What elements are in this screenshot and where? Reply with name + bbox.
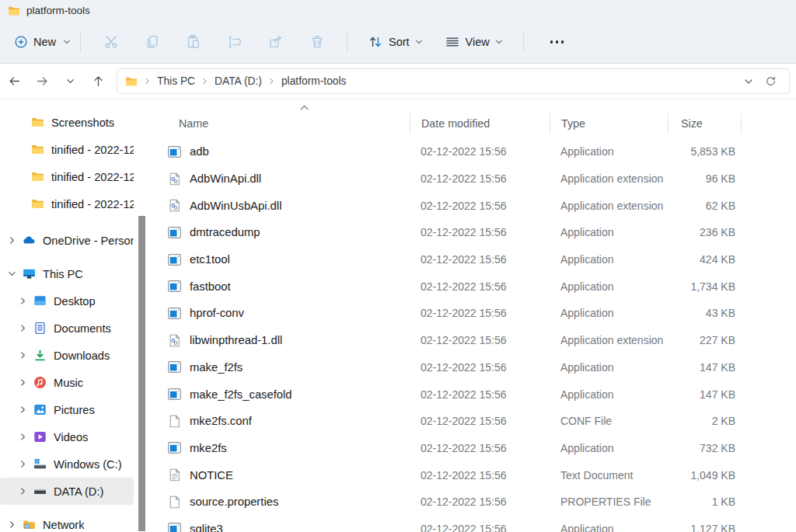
file-row-adb[interactable]: adb 02-12-2022 15:56 Application 5,853 K…: [163, 138, 742, 165]
sidebar-item-tinified-2[interactable]: tinified - 2022-12-0: [0, 163, 134, 190]
chevron-right-icon: [19, 433, 27, 441]
see-more-button[interactable]: [546, 36, 568, 47]
file-row-mke2fs[interactable]: mke2fs 02-12-2022 15:56 Application 732 …: [163, 435, 742, 462]
back-button[interactable]: [0, 69, 28, 94]
recent-locations-button[interactable]: [56, 69, 84, 94]
sidebar-item-music[interactable]: Music: [0, 369, 134, 396]
pictures-icon: [33, 403, 47, 416]
column-header-type[interactable]: Type: [550, 113, 668, 134]
sidebar-item-this-pc[interactable]: This PC: [0, 260, 134, 287]
refresh-button[interactable]: [759, 71, 781, 92]
explorer-tab[interactable]: platform-tools: [8, 5, 90, 17]
copy-icon: [145, 34, 160, 50]
share-button[interactable]: [259, 28, 293, 56]
sidebar-item-pictures[interactable]: Pictures: [0, 396, 134, 423]
file-row-fastboot[interactable]: fastboot 02-12-2022 15:56 Application 1,…: [163, 273, 742, 300]
share-icon: [268, 34, 284, 50]
file-row-adbwinusbapi[interactable]: AdbWinUsbApi.dll 02-12-2022 15:56 Applic…: [163, 192, 742, 219]
chevron-right-icon: [8, 520, 16, 529]
view-button[interactable]: View: [445, 34, 503, 50]
file-row-sqlite3[interactable]: sqlite3 02-12-2022 15:56 Application 1,1…: [163, 516, 742, 532]
title-bar: platform-tools: [0, 0, 796, 21]
chevron-down-icon: [495, 38, 503, 46]
dll-icon: [168, 334, 181, 347]
delete-icon: [309, 34, 325, 50]
breadcrumb-data-d[interactable]: DATA (D:): [210, 73, 267, 89]
delete-button[interactable]: [300, 28, 334, 56]
toolbar-divider: [80, 33, 81, 51]
file-row-source-properties[interactable]: source.properties 02-12-2022 15:56 PROPE…: [163, 489, 742, 516]
sidebar-item-documents[interactable]: Documents: [0, 315, 134, 342]
sidebar-scrollbar[interactable]: [138, 216, 145, 531]
file-rows: adb 02-12-2022 15:56 Application 5,853 K…: [163, 138, 742, 532]
file-row-libwinpthread[interactable]: libwinpthread-1.dll 02-12-2022 15:56 App…: [163, 327, 742, 354]
file-row-make-f2fs-casefold[interactable]: make_f2fs_casefold 02-12-2022 15:56 Appl…: [163, 381, 742, 408]
sort-arrows-icon: [368, 34, 383, 50]
back-icon: [8, 75, 21, 88]
videos-icon: [33, 430, 47, 443]
column-headers: Name Date modified Type Size: [163, 112, 742, 135]
file-row-etc1tool[interactable]: etc1tool 02-12-2022 15:56 Application 42…: [163, 246, 742, 273]
chevron-right-icon: [8, 236, 16, 245]
sort-ascending-icon: [299, 103, 309, 113]
file-row-adbwinapi[interactable]: AdbWinApi.dll 02-12-2022 15:56 Applicati…: [163, 165, 742, 193]
new-button[interactable]: New: [14, 35, 71, 49]
application-icon: [168, 307, 181, 320]
application-icon: [168, 253, 181, 266]
breadcrumb-platform-tools[interactable]: platform-tools: [277, 73, 351, 89]
cut-button[interactable]: [94, 28, 128, 56]
file-icon: [168, 415, 181, 428]
downloads-icon: [33, 349, 47, 362]
sidebar-item-tinified-1[interactable]: tinified - 2022-12-0: [0, 136, 134, 163]
application-icon: [168, 388, 181, 401]
sidebar-item-tinified-3[interactable]: tinified - 2022-12-0: [0, 190, 134, 217]
address-bar[interactable]: This PC DATA (D:) platform-tools: [117, 68, 790, 94]
copy-button[interactable]: [135, 28, 169, 56]
chevron-right-icon: [268, 78, 275, 85]
music-icon: [33, 376, 47, 389]
chevron-right-icon: [144, 78, 151, 85]
chevron-right-icon: [19, 297, 27, 305]
see-more-icon: [550, 40, 553, 43]
sort-button[interactable]: Sort: [368, 34, 423, 50]
forward-button[interactable]: [28, 69, 56, 94]
folder-icon: [31, 116, 44, 129]
file-row-hprof-conv[interactable]: hprof-conv 02-12-2022 15:56 Application …: [163, 300, 742, 327]
column-header-date[interactable]: Date modified: [410, 113, 550, 134]
sidebar-item-windows-c[interactable]: Windows (C:): [0, 450, 134, 478]
paste-icon: [186, 34, 201, 50]
column-header-name[interactable]: Name: [163, 113, 410, 134]
sidebar-item-onedrive[interactable]: OneDrive - Personal: [0, 227, 134, 254]
application-icon: [168, 441, 181, 454]
file-row-dmtracedump[interactable]: dmtracedump 02-12-2022 15:56 Application…: [163, 219, 742, 246]
chevron-down-icon: [8, 269, 16, 278]
chevron-right-icon: [19, 405, 27, 414]
sidebar-item-desktop[interactable]: Desktop: [0, 287, 134, 315]
file-row-notice[interactable]: NOTICE 02-12-2022 15:56 Text Document 1,…: [163, 461, 742, 489]
up-icon: [92, 75, 105, 88]
plus-circle-icon: [14, 35, 28, 49]
file-row-make-f2fs[interactable]: make_f2fs 02-12-2022 15:56 Application 1…: [163, 354, 742, 381]
chevron-down-icon: [63, 38, 71, 46]
folder-icon: [31, 197, 44, 210]
dll-icon: [168, 172, 181, 186]
sidebar-item-screenshots[interactable]: Screenshots: [0, 109, 134, 136]
breadcrumb-this-pc[interactable]: This PC: [152, 73, 200, 89]
address-dropdown-button[interactable]: [738, 71, 759, 92]
column-header-size[interactable]: Size: [668, 113, 742, 134]
rename-button[interactable]: [218, 28, 252, 56]
cut-icon: [103, 34, 119, 50]
sidebar-item-data-d[interactable]: DATA (D:): [0, 478, 134, 505]
up-button[interactable]: [84, 69, 112, 94]
paste-button[interactable]: [176, 28, 211, 56]
refresh-icon: [765, 75, 777, 87]
file-row-mke2fs-conf[interactable]: mke2fs.conf 02-12-2022 15:56 CONF File 2…: [163, 408, 742, 435]
sidebar-item-videos[interactable]: Videos: [0, 423, 134, 450]
forward-icon: [36, 75, 49, 88]
sidebar-item-network[interactable]: Network: [0, 511, 134, 531]
command-toolbar: New Sort View: [0, 21, 796, 64]
documents-icon: [33, 322, 47, 335]
drive-icon: [33, 485, 47, 498]
chevron-down-icon: [66, 77, 75, 85]
sidebar-item-downloads[interactable]: Downloads: [0, 342, 134, 369]
